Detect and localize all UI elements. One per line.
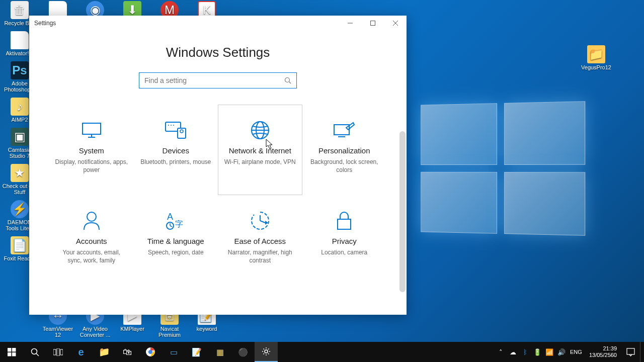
task-view-button[interactable] — [46, 342, 69, 362]
scrollbar[interactable] — [399, 131, 406, 292]
svg-rect-33 — [8, 352, 12, 356]
search-field-wrap[interactable] — [139, 72, 297, 88]
tile-desc: Narrator, magnifier, high contrast — [223, 248, 297, 264]
tray-bluetooth[interactable]: ᛒ — [520, 342, 531, 362]
tray-onedrive[interactable]: ☁ — [508, 342, 519, 362]
svg-point-4 — [285, 78, 290, 82]
tray-power[interactable]: 🔋 — [532, 342, 543, 362]
minimize-icon — [348, 21, 353, 26]
svg-rect-38 — [57, 348, 59, 356]
taskbar-app2[interactable]: ⚫ — [231, 342, 255, 362]
tray-volume[interactable]: 🔊 — [556, 342, 567, 362]
taskbar-sticky[interactable]: ▦ — [208, 342, 231, 362]
close-button[interactable] — [384, 16, 407, 31]
maximize-icon — [370, 21, 375, 26]
tile-personalization[interactable]: Personalization Background, lock screen,… — [302, 105, 387, 195]
recycle-bin-icon: 🗑 — [11, 1, 29, 19]
svg-rect-39 — [60, 349, 63, 355]
tile-network-internet[interactable]: Network & Internet Wi-Fi, airplane mode,… — [218, 105, 302, 195]
folder-icon: 📁 — [587, 45, 605, 63]
taskbar-clock[interactable]: 21:39 13/05/2560 — [585, 345, 621, 358]
tile-ease-of-access[interactable]: Ease of Access Narrator, magnifier, high… — [218, 195, 302, 286]
daemon-icon: ⚡ — [11, 200, 29, 218]
svg-point-12 — [173, 125, 174, 126]
taskbar-settings[interactable] — [255, 342, 278, 362]
svg-point-11 — [171, 125, 172, 126]
tile-system[interactable]: System Display, notifications, apps, pow… — [49, 105, 134, 195]
tile-desc: Background, lock screen, colors — [308, 158, 381, 174]
action-center-button[interactable] — [622, 342, 639, 362]
person-icon — [83, 211, 101, 231]
search-input[interactable] — [144, 76, 284, 84]
photoshop-icon: Ps — [11, 61, 29, 79]
tile-accounts[interactable]: Accounts Your accounts, email, sync, wor… — [49, 195, 134, 286]
taskbar-app[interactable]: ▭ — [162, 342, 185, 362]
notepad-icon: 📝 — [192, 347, 202, 357]
tile-desc: Your accounts, email, sync, work, family — [55, 248, 128, 264]
lock-icon — [336, 211, 353, 231]
window-titlebar[interactable]: Settings — [29, 16, 407, 31]
svg-line-25 — [170, 226, 172, 227]
start-button[interactable] — [0, 342, 23, 362]
taskbar-store[interactable]: 🛍 — [116, 342, 139, 362]
lang-label: ENG — [570, 349, 582, 355]
taskbar: e 📁 🛍 ▭ 📝 ▦ ⚫ ˄ ☁ ᛒ 🔋 📶 🔊 ENG 21:39 13/0… — [0, 342, 644, 362]
svg-rect-18 — [334, 125, 349, 135]
chevron-up-icon: ˄ — [499, 348, 503, 356]
svg-text:字: 字 — [175, 220, 183, 228]
search-button[interactable] — [23, 342, 46, 362]
display-icon — [81, 120, 102, 140]
svg-text:A: A — [167, 212, 173, 222]
svg-point-35 — [31, 348, 37, 354]
tile-devices[interactable]: Devices Bluetooth, printers, mouse — [134, 105, 218, 195]
settings-body: Windows Settings System Display, notific… — [29, 31, 407, 315]
taskbar-chrome[interactable] — [139, 342, 162, 362]
window-title: Settings — [34, 20, 56, 27]
taskbar-notepad[interactable]: 📝 — [185, 342, 208, 362]
svg-point-41 — [148, 350, 152, 354]
chrome-icon — [145, 347, 155, 357]
aimp-icon: ♪ — [11, 98, 29, 116]
svg-rect-37 — [53, 349, 56, 355]
taskbar-left: e 📁 🛍 ▭ 📝 ▦ ⚫ — [0, 342, 278, 362]
star-icon: ★ — [11, 164, 29, 182]
taskbar-explorer[interactable]: 📁 — [93, 342, 116, 362]
desktop-icons-right: 📁VegusPro12 — [579, 45, 614, 70]
tile-desc: Display, notifications, apps, power — [55, 158, 128, 174]
time-label: 21:39 — [589, 345, 617, 352]
tile-desc: Bluetooth, printers, mouse — [140, 158, 211, 166]
tile-title: Personalization — [318, 146, 370, 155]
devices-icon — [165, 120, 187, 140]
windows-icon — [8, 348, 16, 356]
tile-time-language[interactable]: A字 Time & language Speech, region, date — [134, 195, 218, 286]
cloud-icon: ☁ — [510, 348, 516, 356]
tile-desc: Speech, region, date — [148, 248, 204, 256]
svg-rect-31 — [8, 348, 12, 352]
page-title: Windows Settings — [166, 45, 270, 60]
svg-line-36 — [36, 353, 39, 356]
svg-point-10 — [168, 125, 169, 126]
tile-privacy[interactable]: Privacy Location, camera — [302, 195, 387, 286]
desktop-icon-veguspro[interactable]: 📁VegusPro12 — [579, 45, 614, 70]
camtasia-icon: ▣ — [11, 128, 29, 146]
minimize-button[interactable] — [339, 16, 361, 31]
tray-language[interactable]: ENG — [568, 342, 584, 362]
tile-title: Time & language — [147, 237, 204, 245]
svg-marker-28 — [265, 221, 268, 225]
gear-icon — [262, 347, 271, 356]
tile-desc: Wi-Fi, airplane mode, VPN — [224, 158, 296, 166]
settings-tiles-grid: System Display, notifications, apps, pow… — [29, 105, 407, 286]
taskbar-edge[interactable]: e — [69, 342, 93, 362]
show-desktop-button[interactable] — [640, 342, 643, 362]
tile-title: Network & Internet — [229, 146, 291, 155]
svg-rect-1 — [370, 21, 375, 26]
tile-desc: Location, camera — [321, 248, 367, 256]
tray-chevron[interactable]: ˄ — [496, 342, 507, 362]
ease-of-access-icon — [250, 211, 270, 231]
close-icon — [393, 21, 398, 26]
svg-rect-6 — [83, 123, 101, 134]
battery-icon: 🔋 — [533, 348, 541, 356]
edge-icon: e — [78, 346, 84, 358]
maximize-button[interactable] — [361, 16, 384, 31]
tray-network[interactable]: 📶 — [544, 342, 555, 362]
